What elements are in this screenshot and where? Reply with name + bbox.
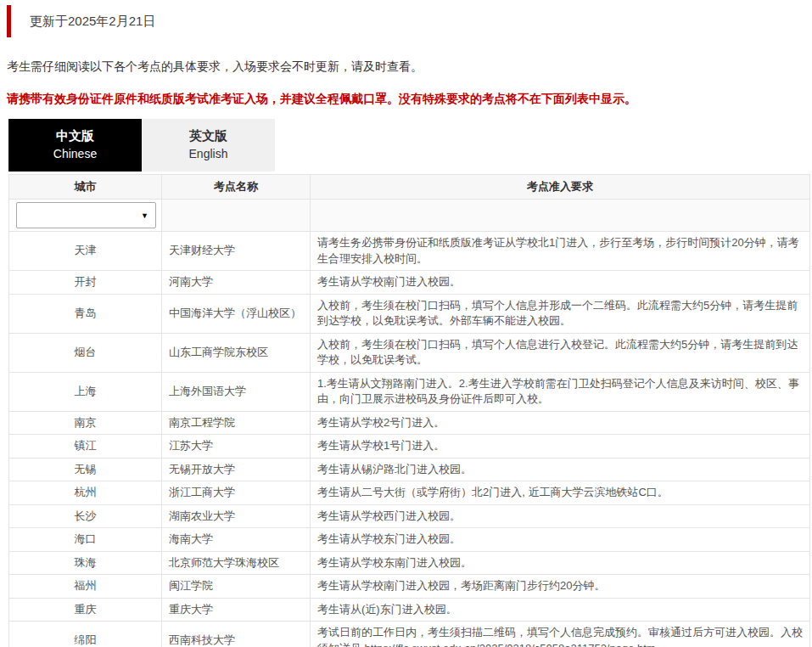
site-name-cell: 南京工程学院 (162, 411, 311, 435)
updated-date-bar: 更新于2025年2月21日 (7, 5, 812, 37)
city-filter: ▼ (16, 202, 156, 228)
table-row: 重庆重庆大学考生请从(近)东门进入校园。 (9, 598, 810, 622)
requirement-cell: 考生请从学校东门进入校园。 (311, 528, 810, 552)
updated-date-text: 更新于2025年2月21日 (30, 14, 155, 28)
table-row: 福州闽江学院考生请从学校南门进入校园，考场距离南门步行约20分钟。 (9, 575, 810, 599)
requirement-cell: 考生请从锡沪路北门进入校园。 (311, 458, 810, 481)
site-name-cell: 西南科技大学 (162, 622, 311, 647)
site-name-cell: 海南大学 (162, 528, 311, 552)
city-cell: 绵阳 (9, 622, 162, 647)
requirement-cell: 考生请从学校南门进入校园。 (311, 271, 810, 295)
table-header-row: 城市 考点名称 考点准入要求 (9, 175, 810, 200)
filter-cell-site (162, 200, 311, 232)
red-notice-text: 请携带有效身份证件原件和纸质版考试准考证入场，并建议全程佩戴口罩。没有特殊要求的… (7, 91, 805, 107)
table-row: 绵阳西南科技大学考试日前的工作日内，考生须扫描二维码，填写个人信息完成预约。审核… (9, 622, 810, 647)
site-name-cell: 山东工商学院东校区 (162, 333, 311, 372)
city-cell: 海口 (9, 528, 162, 552)
table-row: 天津天津财经大学请考生务必携带身份证和纸质版准考证从学校北1门进入，步行至考场，… (9, 232, 810, 271)
city-cell: 南京 (9, 411, 162, 435)
site-name-cell: 闽江学院 (162, 575, 311, 599)
city-cell: 镇江 (9, 435, 162, 459)
city-cell: 长沙 (9, 504, 162, 528)
requirement-cell: 1.考生请从文翔路南门进入。2.考生进入学校前需在门卫处扫码登记个人信息及来访时… (311, 372, 810, 411)
requirement-cell: 考生请从学校西门进入校园。 (311, 504, 810, 528)
site-name-cell: 浙江工商大学 (162, 481, 311, 505)
city-cell: 上海 (9, 372, 162, 411)
city-filter-select[interactable] (16, 202, 156, 228)
site-name-cell: 无锡开放大学 (162, 458, 311, 481)
city-cell: 福州 (9, 575, 162, 599)
exam-sites-table: 城市 考点名称 考点准入要求 ▼ 天津天津财经大学请考生务必携带身份证和纸质版准… (8, 174, 810, 647)
filter-row: ▼ (9, 200, 810, 232)
page: 更新于2025年2月21日 考生需仔细阅读以下各个考点的具体要求，入场要求会不时… (0, 0, 812, 647)
table-row: 青岛中国海洋大学（浮山校区）入校前，考生须在校门口扫码，填写个人信息并形成一个二… (9, 294, 810, 333)
table-row: 杭州浙江工商大学考生请从二号大街（或学府街）北2门进入, 近工商大学云滨地铁站C… (9, 481, 810, 505)
table-row: 镇江江苏大学考生请从学校1号门进入。 (9, 435, 810, 459)
table-row: 海口海南大学考生请从学校东门进入校园。 (9, 528, 810, 552)
site-table-body: 天津天津财经大学请考生务必携带身份证和纸质版准考证从学校北1门进入，步行至考场，… (9, 232, 810, 647)
tab-english-label-zh: 英文版 (142, 127, 275, 145)
site-name-cell: 中国海洋大学（浮山校区） (162, 294, 311, 333)
tab-english[interactable]: 英文版 English (142, 119, 275, 172)
table-row: 南京南京工程学院考生请从学校2号门进入。 (9, 411, 810, 435)
requirement-cell: 入校前，考生须在校门口扫码，填写个人信息进行入校登记。此流程需大约5分钟，请考生… (311, 333, 810, 372)
city-cell: 重庆 (9, 598, 162, 622)
city-cell: 青岛 (9, 294, 162, 333)
site-name-cell: 重庆大学 (162, 598, 311, 622)
requirement-cell: 考生请从(近)东门进入校园。 (311, 598, 810, 622)
tab-english-label-en: English (142, 145, 275, 163)
city-cell: 珠海 (9, 551, 162, 575)
requirement-cell: 考生请从二号大街（或学府街）北2门进入, 近工商大学云滨地铁站C口。 (311, 481, 810, 505)
tab-chinese-label-zh: 中文版 (8, 127, 142, 145)
city-cell: 天津 (9, 232, 162, 271)
tab-chinese-label-en: Chinese (8, 145, 142, 163)
site-name-cell: 江苏大学 (162, 435, 311, 459)
table-row: 珠海北京师范大学珠海校区考生请从学校东南门进入校园。 (9, 551, 810, 575)
tab-chinese[interactable]: 中文版 Chinese (8, 119, 142, 172)
site-name-cell: 湖南农业大学 (162, 504, 311, 528)
city-cell: 杭州 (9, 481, 162, 505)
requirement-cell: 考生请从学校1号门进入。 (311, 435, 810, 459)
filter-cell-req (311, 200, 810, 232)
table-row: 烟台山东工商学院东校区入校前，考生须在校门口扫码，填写个人信息进行入校登记。此流… (9, 333, 810, 372)
city-cell: 烟台 (9, 333, 162, 372)
requirement-cell: 考生请从学校东南门进入校园。 (311, 551, 810, 575)
requirement-cell: 考生请从学校南门进入校园，考场距离南门步行约20分钟。 (311, 575, 810, 599)
column-header-requirements: 考点准入要求 (311, 175, 810, 200)
city-cell: 无锡 (9, 458, 162, 481)
table-row: 上海上海外国语大学1.考生请从文翔路南门进入。2.考生进入学校前需在门卫处扫码登… (9, 372, 810, 411)
site-name-cell: 河南大学 (162, 271, 311, 295)
language-tabs: 中文版 Chinese 英文版 English (8, 119, 812, 172)
table-row: 长沙湖南农业大学考生请从学校西门进入校园。 (9, 504, 810, 528)
requirement-cell: 考试日前的工作日内，考生须扫描二维码，填写个人信息完成预约。审核通过后方可进入校… (311, 622, 810, 647)
column-header-site-name: 考点名称 (162, 175, 311, 200)
site-name-cell: 天津财经大学 (162, 232, 311, 271)
table-row: 无锡无锡开放大学考生请从锡沪路北门进入校园。 (9, 458, 810, 481)
city-cell: 开封 (9, 271, 162, 295)
intro-text: 考生需仔细阅读以下各个考点的具体要求，入场要求会不时更新，请及时查看。 (7, 59, 805, 75)
requirement-cell: 请考生务必携带身份证和纸质版准考证从学校北1门进入，步行至考场，步行时间预计20… (311, 232, 810, 271)
column-header-city: 城市 (9, 175, 162, 200)
table-row: 开封河南大学考生请从学校南门进入校园。 (9, 271, 810, 295)
site-name-cell: 北京师范大学珠海校区 (162, 551, 311, 575)
site-name-cell: 上海外国语大学 (162, 372, 311, 411)
requirement-cell: 考生请从学校2号门进入。 (311, 411, 810, 435)
requirement-cell: 入校前，考生须在校门口扫码，填写个人信息并形成一个二维码。此流程需大约5分钟，请… (311, 294, 810, 333)
